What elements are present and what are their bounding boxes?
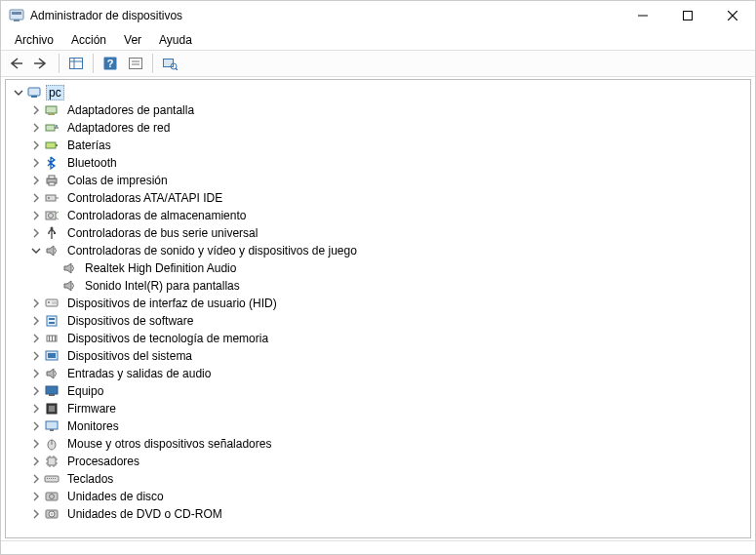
svg-rect-49 <box>49 394 55 396</box>
tree-node-label: Controladoras ATA/ATAPI IDE <box>63 190 226 206</box>
svg-rect-43 <box>49 336 50 341</box>
tree-node[interactable]: Dispositivos de software <box>12 312 744 330</box>
svg-rect-1 <box>12 12 21 15</box>
tree-node[interactable]: Controladoras de bus serie universal <box>12 224 744 242</box>
tree-node[interactable]: Unidades de DVD o CD-ROM <box>12 505 744 523</box>
expander-icon[interactable] <box>29 349 43 363</box>
tree-leaf-node[interactable]: Realtek High Definition Audio <box>12 259 744 277</box>
expander-icon[interactable] <box>29 244 43 258</box>
svg-rect-12 <box>130 59 142 69</box>
device-tree[interactable]: pc Adaptadores de pantalla Adaptadores d… <box>5 79 751 538</box>
back-button[interactable] <box>5 53 28 74</box>
statusbar <box>1 540 755 555</box>
tree-node-label: Colas de impresión <box>63 173 172 188</box>
battery-icon <box>44 138 60 153</box>
expander-icon[interactable] <box>29 174 43 187</box>
tree-node[interactable]: Monitores <box>12 417 744 435</box>
help-button[interactable]: ? <box>99 53 122 74</box>
svg-text:?: ? <box>107 58 114 69</box>
svg-rect-58 <box>47 478 48 479</box>
tree-node[interactable]: Baterías <box>12 137 744 154</box>
pc-icon <box>26 85 42 100</box>
expander-icon[interactable] <box>29 419 43 433</box>
svg-rect-38 <box>52 301 57 304</box>
forward-button[interactable] <box>30 53 54 74</box>
svg-rect-39 <box>47 316 57 326</box>
tree-node-label: pc <box>46 85 64 100</box>
svg-rect-40 <box>49 318 55 320</box>
expander-icon[interactable] <box>29 402 43 416</box>
tree-node-label: Realtek High Definition Audio <box>81 260 240 276</box>
svg-rect-60 <box>51 478 52 479</box>
menu-file[interactable]: Archivo <box>7 31 61 49</box>
tree-node[interactable]: Dispositivos de tecnología de memoria <box>12 330 744 347</box>
tree-node[interactable]: Controladoras de almacenamiento <box>12 207 744 224</box>
tree-node[interactable]: Dispositivos del sistema <box>12 347 744 365</box>
expander-icon[interactable] <box>29 490 43 503</box>
tree-node-label: Sonido Intel(R) para pantallas <box>81 278 244 294</box>
sound-controller-icon <box>44 243 60 258</box>
svg-rect-2 <box>14 20 20 21</box>
tree-node-label: Procesadores <box>63 454 143 469</box>
svg-rect-19 <box>31 96 37 98</box>
tree-node-label: Entradas y salidas de audio <box>63 366 215 381</box>
expander-icon[interactable] <box>12 86 25 99</box>
maximize-button[interactable] <box>665 1 710 30</box>
close-button[interactable] <box>710 1 755 30</box>
expander-icon[interactable] <box>29 472 43 486</box>
network-adapter-icon <box>44 120 60 136</box>
memory-tech-icon <box>44 331 60 346</box>
expander-icon[interactable] <box>29 209 43 222</box>
expander-icon[interactable] <box>29 455 43 468</box>
tree-root-node[interactable]: pc <box>12 84 744 101</box>
expander-icon[interactable] <box>29 191 43 205</box>
tree-node[interactable]: Procesadores <box>12 453 744 470</box>
show-hide-tree-button[interactable] <box>64 53 88 74</box>
tree-node[interactable]: Equipo <box>12 382 744 400</box>
scan-hardware-button[interactable] <box>158 53 181 74</box>
audio-io-icon <box>44 366 60 381</box>
expander-icon[interactable] <box>29 314 43 328</box>
tree-node-label: Dispositivos de tecnología de memoria <box>63 331 272 346</box>
svg-point-23 <box>56 125 58 127</box>
expander-icon[interactable] <box>29 332 43 345</box>
tree-node[interactable]: Adaptadores de red <box>12 119 744 137</box>
tree-node[interactable]: Colas de impresión <box>12 172 744 189</box>
expander-icon[interactable] <box>29 507 43 521</box>
tree-node[interactable]: Teclados <box>12 470 744 488</box>
expander-icon[interactable] <box>29 297 43 310</box>
expander-icon[interactable] <box>29 139 43 152</box>
tree-node-label: Unidades de disco <box>63 489 168 504</box>
tree-node[interactable]: Firmware <box>12 400 744 417</box>
sound-device-icon <box>61 278 77 294</box>
expander-icon[interactable] <box>29 384 43 398</box>
tree-node[interactable]: Entradas y salidas de audio <box>12 365 744 382</box>
expander-icon[interactable] <box>29 367 43 380</box>
expander-icon[interactable] <box>29 226 43 240</box>
tree-node[interactable]: Controladoras de sonido y vídeo y dispos… <box>12 242 744 259</box>
tree-node[interactable]: Bluetooth <box>12 154 744 172</box>
software-device-icon <box>44 313 60 329</box>
menu-help[interactable]: Ayuda <box>151 31 200 49</box>
minimize-button[interactable] <box>620 1 665 30</box>
expander-icon[interactable] <box>29 103 43 117</box>
titlebar: Administrador de dispositivos <box>1 1 755 30</box>
expander-icon[interactable] <box>29 156 43 170</box>
tree-leaf-node[interactable]: Sonido Intel(R) para pantallas <box>12 277 744 295</box>
tree-node[interactable]: Mouse y otros dispositivos señaladores <box>12 435 744 453</box>
menu-action[interactable]: Acción <box>63 31 114 49</box>
menu-view[interactable]: Ver <box>116 31 149 49</box>
tree-node[interactable]: Controladoras ATA/ATAPI IDE <box>12 189 744 207</box>
svg-rect-48 <box>46 386 58 394</box>
tree-node[interactable]: Unidades de disco <box>12 488 744 505</box>
properties-button[interactable] <box>124 53 147 74</box>
expander-icon[interactable] <box>29 437 43 451</box>
tree-node[interactable]: Dispositivos de interfaz de usuario (HID… <box>12 295 744 312</box>
expander-icon[interactable] <box>29 121 43 135</box>
tree-node[interactable]: Adaptadores de pantalla <box>12 101 744 119</box>
tree-node-label: Bluetooth <box>63 155 121 171</box>
tree-node-label: Unidades de DVD o CD-ROM <box>63 506 226 522</box>
toolbar-separator <box>93 54 94 73</box>
system-device-icon <box>44 348 60 364</box>
svg-rect-47 <box>48 353 56 358</box>
